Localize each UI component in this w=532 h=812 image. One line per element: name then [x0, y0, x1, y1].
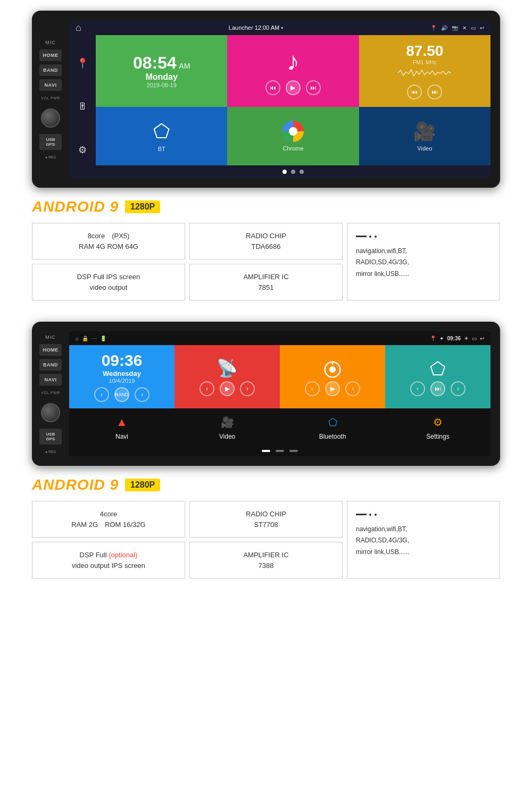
equalizer-sidebar-icon[interactable]: 🎚 [78, 101, 87, 112]
navi-app2[interactable]: ▲ Navi [69, 408, 174, 446]
radio-next2[interactable]: › [240, 381, 255, 396]
location-icon1: 📍 [430, 25, 437, 31]
usb-gps2-button[interactable]: USBGPS [39, 429, 62, 445]
eq-play2[interactable]: ▶ [325, 381, 340, 396]
mic1-label: MIC [45, 40, 56, 45]
back-icon2: ↩ [480, 336, 484, 341]
radio-tile2[interactable]: 📡 ‹ ▶ › [174, 345, 280, 408]
play-btn1[interactable]: ▶ [286, 80, 301, 95]
location-sidebar-icon[interactable]: 📍 [77, 57, 88, 69]
music-note-icon1: ♪ [287, 47, 300, 76]
next-btn1[interactable]: ⏭ [306, 80, 321, 95]
video-app2[interactable]: 🎥 Video [174, 408, 280, 446]
mic2-label: MIC [45, 334, 56, 340]
radio-play2[interactable]: ▶ [220, 381, 235, 396]
brightness-icon2: ☀ [464, 336, 469, 341]
time-tile2[interactable]: 09:36 Wednesday 10/4/2019 ‹ BAND › [69, 345, 174, 408]
eq-controls2: ‹ ▶ › [305, 381, 360, 396]
eq-tile2[interactable]: ‹ ▶ › [280, 345, 385, 408]
device1-outer: MIC HOME BAND NAVI VOL PWR USBGPS ● RES … [32, 11, 500, 188]
prev-band2[interactable]: ‹ [94, 387, 109, 402]
time-display2: 09:36 [102, 351, 143, 370]
home-icon2: ⌂ [76, 336, 79, 341]
screen-sidebar1: 📍 🎚 ⚙ [69, 35, 96, 178]
settings-app-label2: Settings [426, 433, 449, 440]
band-label2[interactable]: BAND [114, 387, 129, 402]
launcher-text1: Launcher 12:00 AM • [229, 24, 283, 31]
radio-chip-box2: RADIO CHIPST7708 [189, 501, 343, 538]
eq-prev2[interactable]: ‹ [305, 381, 320, 396]
volume-knob2[interactable] [41, 403, 60, 422]
radio-controls2: ‹ ▶ › [200, 381, 255, 396]
video-tile1[interactable]: 🎥 Video [359, 107, 491, 165]
bt-status-icon2: ✦ [439, 336, 444, 341]
chrome-icon1 [282, 121, 304, 142]
bt-controls2: ‹ ⏭ › [410, 381, 466, 396]
device1-section: MIC HOME BAND NAVI VOL PWR USBGPS ● RES … [0, 0, 532, 193]
radio-next1[interactable]: ⏭ [427, 85, 442, 99]
vol-pwr1-label: VOL PWR [41, 96, 60, 100]
radio-prev1[interactable]: ⏮ [407, 85, 422, 99]
bt-next2[interactable]: › [451, 381, 466, 396]
home2-button[interactable]: HOME [39, 344, 62, 356]
bt-skip2[interactable]: ⏭ [430, 381, 445, 396]
optional-text2: (optional) [109, 551, 137, 559]
dsp-text1: DSP Full IPS screenvideo output [77, 273, 140, 291]
radio-tile1[interactable]: 87.50 FM1 MHz ⏮ [359, 35, 491, 107]
radio-antenna-icon2: 📡 [217, 358, 238, 378]
features-text2: navigation,wifi,BT, RADIO,SD,4G/3G, mirr… [356, 524, 491, 558]
home-tiles2: 09:36 Wednesday 10/4/2019 ‹ BAND › 📡 ‹ ▶ [69, 345, 491, 408]
bt-big-icon2: ⬠ [430, 358, 446, 379]
bt-tile1[interactable]: ⬠ BT [96, 107, 227, 165]
dot-row2 [69, 446, 491, 456]
settings-app2[interactable]: ⚙ Settings [385, 408, 491, 446]
status-bar2-left: ⌂ 🔒 ⋯ 🔋 [76, 336, 106, 341]
chrome-tile1[interactable]: Chrome [227, 107, 359, 165]
amplifier-box2: AMPLIFIER IC7388 [189, 542, 343, 579]
features-text1: navigation,wifi,BT, RADIO,SD,4G/3G, mirr… [356, 246, 491, 280]
vol-pwr2-label: VOL PWR [41, 391, 60, 395]
dsp-box1: DSP Full IPS screenvideo output [32, 264, 185, 300]
svg-point-1 [329, 366, 336, 373]
eq-next2[interactable]: › [345, 381, 360, 396]
radio-chip-box1: RADIO CHIPTDA6686 [189, 223, 343, 259]
music-tile1[interactable]: ♪ ⏮ ▶ ⏭ [227, 35, 359, 107]
resolution-badge2: 1280P [125, 479, 160, 491]
radio-prev2[interactable]: ‹ [200, 381, 214, 396]
android-title1: ANDROID 9 [32, 198, 119, 215]
dot1-2 [291, 170, 295, 174]
time-display1: 08:54 AM [133, 54, 190, 72]
band1-button[interactable]: BAND [39, 64, 62, 76]
bt-prev2[interactable]: ‹ [410, 381, 425, 396]
date-display1: 2019-08-19 [147, 82, 177, 88]
cpu-ram-text1: 8core (PX5)RAM 4G ROM 64G [79, 232, 138, 250]
time-tile1[interactable]: 08:54 AM Monday 2019-08-19 [96, 35, 227, 107]
features-box2: navigation,wifi,BT, RADIO,SD,4G/3G, mirr… [347, 501, 500, 579]
navi2-button[interactable]: NAVI [39, 374, 62, 386]
navi1-button[interactable]: NAVI [39, 79, 62, 91]
next-band2[interactable]: › [135, 387, 149, 402]
dot-row1 [96, 165, 491, 178]
bt-tile2[interactable]: ⬠ ‹ ⏭ › [385, 345, 491, 408]
amplifier-text1: AMPLIFIER IC7851 [243, 273, 288, 291]
dot2-1 [262, 450, 270, 452]
bt-app-label2: Bluetooth [319, 433, 346, 440]
time-controls2: ‹ BAND › [94, 387, 149, 402]
band2-button[interactable]: BAND [39, 359, 62, 371]
device2-screen: ⌂ 🔒 ⋯ 🔋 📍 ✦ 09:36 ☀ ▭ ↩ [69, 331, 491, 456]
video-app-icon2: 🎥 [219, 414, 236, 431]
usb-gps1-button[interactable]: USBGPS [39, 134, 62, 150]
navi-app-label2: Navi [115, 433, 128, 440]
volume-knob1[interactable] [41, 108, 60, 128]
status-icons1: 📍 🔊 📷 ✕ ▭ ↩ [430, 25, 484, 31]
spec2-section: ANDROID 9 1280P 4coreRAM 2G ROM 16/32G R… [0, 471, 532, 589]
amplifier-box1: AMPLIFIER IC7851 [189, 264, 343, 300]
settings-sidebar-icon[interactable]: ⚙ [78, 144, 87, 156]
dot1-1 [282, 170, 287, 174]
bt-app2[interactable]: ⬠ Bluetooth [280, 408, 385, 446]
device2-section: MIC HOME BAND NAVI VOL PWR USBGPS ● RES … [0, 311, 532, 471]
home1-button[interactable]: HOME [39, 49, 62, 61]
knob2-container [41, 403, 60, 422]
prev-btn1[interactable]: ⏮ [265, 80, 280, 95]
screen-body1: 📍 🎚 ⚙ 08:54 AM Monday 2 [69, 35, 491, 178]
